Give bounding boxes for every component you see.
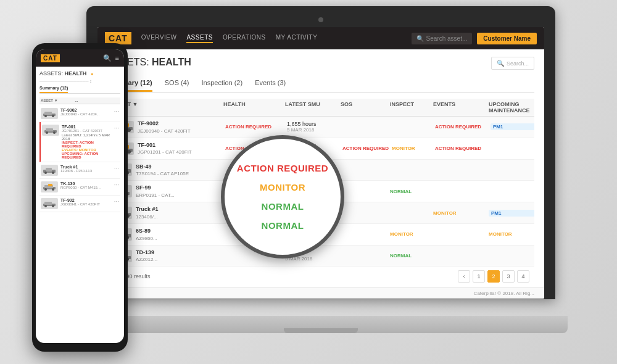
mobile-row-info: TF-9002 JEJ00940 - CAT 420F... [60,108,112,116]
page-prev[interactable]: ‹ [458,270,470,283]
mobile-row-info: TF-902 JGD30H1 - CAT 420FIT [60,198,112,206]
asset-info: TF-001 JGP01201 - CAT 420FIT [138,141,192,156]
customer-name-button[interactable]: Customer Name [477,33,537,44]
table-header: Asset ▼ Health Latest SMU SOS Inspect Ev… [107,99,534,117]
svg-rect-41 [46,168,52,172]
page-search[interactable]: 🔍 Search... [491,57,534,70]
mobile-screen: CAT 🔍 ≡ ASSETS: HEALTH ● ───────────────… [36,49,124,343]
inspect-badge: MONITOR [392,146,435,151]
laptop-camera [318,17,323,22]
svg-point-47 [52,188,54,191]
col-asset: Asset ▼ [112,101,223,114]
svg-rect-50 [44,202,52,205]
col-events: Events [433,101,489,114]
mobile-row-more[interactable]: ··· [114,165,119,172]
search-bar-nav[interactable]: 🔍 Search asset... [412,33,473,44]
page-1[interactable]: 1 [473,270,485,283]
asset-info: Truck #1 123406/... [136,205,159,220]
maintenance-badge: PM1 [491,123,534,130]
tabs-bar: Summary (12) SOS (4) Inspection (2) Even… [107,79,534,93]
mobile-row[interactable]: TF-902 JGD30H1 - CAT 420FIT ··· [39,196,120,212]
page-wrapper: CAT OVERVIEW ASSETS OPERATIONS MY ACTIVI… [12,6,605,358]
mobile-col-more [109,99,119,102]
mobile-row-info: TK-130 RGP5030 - CAT M415... [60,181,112,189]
asset-info: SB-49 T7S0194 - CAT AP105E [136,163,189,178]
mobile-thumb [41,108,58,119]
mobile-content: ASSETS: HEALTH ● ──────────────── ↕ Summ… [36,67,124,343]
nav-links: OVERVIEW ASSETS OPERATIONS MY ACTIVITY [141,34,412,43]
table-row[interactable]: TD-139 AZZ012... hours5 MAR 2018 NORMAL [107,246,534,267]
mobile-menu-icon[interactable]: ≡ [115,54,119,62]
mobile-device: CAT 🔍 ≡ ASSETS: HEALTH ● ───────────────… [32,43,128,352]
laptop: CAT OVERVIEW ASSETS OPERATIONS MY ACTIVI… [86,6,568,333]
table-row[interactable]: TF-9002 JEJ00940 - CAT 420FIT ACTION REQ… [107,117,534,138]
svg-rect-37 [46,128,53,131]
svg-point-39 [53,131,56,134]
svg-point-52 [52,205,54,207]
mobile-row[interactable]: TF-001 JGP01201 - CAT 420FIT Latest SMU:… [39,122,120,162]
nav-overview[interactable]: OVERVIEW [141,34,177,43]
cat-navbar: CAT OVERVIEW ASSETS OPERATIONS MY ACTIVI… [97,27,544,49]
mobile-row[interactable]: Truck #1 123406 - F350-113 ··· [39,162,120,179]
mobile-row-more[interactable]: ··· [114,125,119,131]
asset-info: TD-139 AZZ012... [136,249,157,263]
svg-point-35 [52,115,54,117]
mobile-table-header: Asset ▼ ... [39,97,120,104]
tab-inspection[interactable]: Inspection (2) [202,79,243,92]
nav-assets[interactable]: ASSETS [186,34,212,43]
laptop-base [74,316,568,333]
nav-myactivity[interactable]: MY ACTIVITY [276,34,318,43]
magnifier-label-2: MONITOR [260,182,305,192]
magnifier-label-4: NORMAL [262,220,304,231]
row-asset: Truck #1 123406/... [112,205,223,220]
footer-bar: Privacy Caterpillar © 2018. All Rig... [97,287,544,299]
mobile-col-asset: Asset ▼ [41,99,75,102]
maintenance-badge: PM1 [489,210,534,217]
svg-point-43 [52,172,54,174]
page-2[interactable]: 2 [487,270,500,283]
svg-rect-33 [44,112,52,115]
events-badge: ACTION REQUIRED [435,146,491,151]
svg-point-51 [44,205,47,207]
smu-val: 1,655 hours5 MAR 2018 [287,121,342,133]
asset-info: 6S-89 AZ9860... [136,227,157,242]
inspect-badge: NORMAL [390,253,433,259]
tab-events[interactable]: Events (3) [255,79,286,92]
mobile-row-info: Truck #1 123406 - F350-113 [60,165,112,173]
row-asset: TF-001 JGP01201 - CAT 420FIT [114,141,225,156]
mobile-row-more[interactable]: ··· [114,198,119,205]
mobile-row[interactable]: TK-130 RGP5030 - CAT M415... ··· [39,179,120,196]
col-maintenance: Upcoming Maintenance [489,101,544,114]
row-asset: 6S-89 AZ9860... [112,227,223,242]
col-sos: SOS [341,101,390,114]
magnifier-circle: ACTION REQUIRED MONITOR NORMAL NORMAL [221,135,344,259]
asset-info: TF-9002 JEJ00940 - CAT 420FIT [138,120,191,134]
row-asset: SF-99 ERP0191 - CAT... [112,184,223,199]
maintenance-badge: MONITOR [489,231,534,237]
page-buttons: ‹ 1 2 3 4 [458,270,529,283]
cat-logo: CAT [105,32,131,44]
mobile-thumb [41,198,58,209]
col-health: Health [223,101,285,114]
page-4[interactable]: 4 [517,270,529,283]
inspect-badge: MONITOR [390,231,433,237]
page-3[interactable]: 3 [502,270,515,283]
svg-point-46 [44,188,47,191]
mobile-search-icon[interactable]: 🔍 [103,54,112,62]
search-icon-small: 🔍 [497,60,504,67]
svg-rect-48 [48,184,52,186]
sos-badge: ACTION REQUIRED [342,146,392,151]
events-badge: MONITOR [433,210,489,216]
nav-operations[interactable]: OPERATIONS [223,34,266,43]
mobile-row-more[interactable]: ··· [114,181,119,188]
mobile-row-more[interactable]: ··· [114,108,119,115]
mobile-tab-summary[interactable]: Summary (12) [39,86,68,93]
search-icon: 🔍 [416,35,424,42]
health-badge: ACTION REQUIRED [225,124,287,130]
mobile-title: ASSETS: HEALTH ● [39,70,120,77]
mobile-thumb [41,181,58,192]
mobile-row[interactable]: TF-9002 JEJ00940 - CAT 420F... ··· [39,105,120,122]
mobile-logo: CAT [41,54,60,62]
row-asset: SB-49 T7S0194 - CAT AP105E [112,163,223,178]
tab-sos[interactable]: SOS (4) [165,79,189,92]
